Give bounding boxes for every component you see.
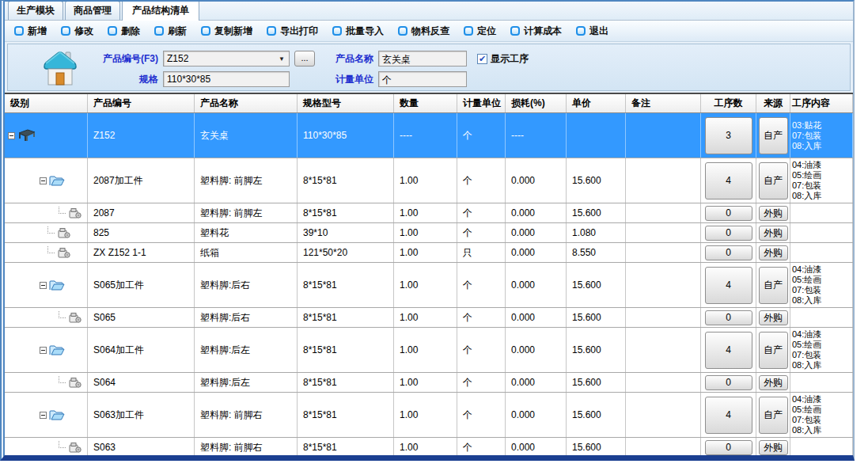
column-header-loss[interactable]: 损耗(%) [506, 94, 567, 112]
process-count-button[interactable]: 4 [705, 162, 752, 200]
refresh-button-label: 刷新 [168, 25, 187, 38]
process-count-button[interactable]: 0 [705, 310, 752, 325]
process-count-cell: 3 [701, 113, 756, 158]
material-lookup-button[interactable]: 物料反查 [398, 25, 449, 38]
price-cell: 15.600 [567, 393, 626, 437]
process-content-cell: 04:油漆 05:绘画 07:包装 08:入库 [790, 263, 853, 307]
table-row[interactable]: S063加工件 塑料脚: 前脚右 8*15*81 1.00 个 0.000 15… [5, 393, 853, 438]
qty-cell: 1.00 [394, 203, 457, 222]
desk-icon [17, 129, 36, 142]
product-name-cell: 塑料花 [195, 223, 298, 242]
process-count-button[interactable]: 0 [705, 245, 752, 260]
blue-square-icon [108, 26, 117, 36]
price-cell: 15.600 [567, 203, 626, 222]
source-button[interactable]: 自产 [759, 267, 788, 304]
calc-cost-button[interactable]: 计算成本 [510, 25, 562, 38]
browse-button[interactable]: ... [294, 51, 315, 66]
unit-field[interactable]: 个 [378, 71, 467, 87]
column-header-product-code[interactable]: 产品编号 [88, 94, 195, 112]
source-button[interactable]: 自产 [759, 397, 788, 434]
process-count-button[interactable]: 4 [705, 332, 752, 369]
table-row[interactable]: S064加工件 塑料脚:后左 8*15*81 1.00 个 0.000 15.6… [5, 328, 853, 373]
process-count-button[interactable]: 0 [705, 226, 752, 241]
source-button[interactable]: 外购 [759, 206, 788, 221]
batch-import-button[interactable]: 批量导入 [332, 25, 384, 38]
export-print-button-label: 导出打印 [280, 25, 318, 38]
exit-button[interactable]: 退出 [576, 25, 608, 38]
table-row[interactable]: S065 塑料脚:后右 8*15*81 1.00 个 0.000 15.600 … [5, 308, 853, 328]
unit-cell: 个 [457, 113, 506, 158]
process-count-cell: 0 [701, 203, 756, 222]
process-count-button[interactable]: 0 [705, 375, 752, 390]
column-header-process-count[interactable]: 工序数 [701, 94, 756, 112]
delete-button[interactable]: 删除 [108, 25, 140, 38]
tree-connector [59, 441, 66, 448]
product-form: 产品编号(F3) Z152 ▼ ... 产品名称 玄关桌 ✔ 显示工序 规格 1… [7, 44, 851, 91]
tab-product-structure-list[interactable]: 产品结构清单 [122, 0, 199, 21]
table-row[interactable]: S065加工件 塑料脚:后右 8*15*81 1.00 个 0.000 15.6… [5, 263, 853, 308]
source-button[interactable]: 外购 [759, 226, 788, 241]
locate-button[interactable]: 定位 [464, 25, 496, 38]
collapse-minus-toggle[interactable] [40, 177, 47, 184]
table-row[interactable]: ZX Z152 1-1 纸箱 121*50*20 1.00 只 0.000 8.… [5, 243, 853, 263]
collapse-minus-toggle[interactable] [40, 347, 47, 354]
source-button[interactable]: 自产 [759, 162, 788, 200]
column-header-source[interactable]: 来源 [756, 94, 790, 112]
collapse-minus-toggle[interactable] [40, 282, 47, 289]
spec-cell: 121*50*20 [298, 243, 394, 262]
source-button[interactable]: 外购 [759, 375, 788, 390]
source-button[interactable]: 自产 [759, 117, 788, 154]
locate-button-label: 定位 [477, 25, 496, 38]
product-code-combo[interactable]: Z152 ▼ [163, 51, 290, 66]
process-count-cell: 4 [701, 263, 756, 307]
table-row[interactable]: 2087 塑料脚: 前脚左 8*15*81 1.00 个 0.000 15.60… [5, 203, 853, 223]
source-button[interactable]: 外购 [759, 310, 788, 325]
collapse-minus-toggle[interactable] [8, 132, 15, 139]
tree-connector [59, 207, 66, 214]
export-print-button[interactable]: 导出打印 [267, 25, 318, 38]
process-count-button[interactable]: 4 [705, 267, 752, 304]
table-row[interactable]: S064 塑料脚:后左 8*15*81 1.00 个 0.000 15.600 … [5, 373, 853, 393]
copy-add-button-label: 复制新增 [214, 25, 252, 38]
unit-cell: 个 [457, 328, 506, 372]
column-header-level[interactable]: 级别 [5, 94, 88, 112]
process-count-cell: 4 [701, 328, 756, 372]
copy-add-button[interactable]: 复制新增 [201, 25, 252, 38]
blue-square-icon [14, 26, 24, 36]
process-count-button[interactable]: 0 [705, 206, 752, 221]
spec-cell: 8*15*81 [298, 203, 394, 222]
table-row[interactable]: 2087加工件 塑料脚: 前脚左 8*15*81 1.00 个 0.000 15… [5, 158, 853, 203]
add-button[interactable]: 新增 [14, 25, 47, 38]
source-button[interactable]: 外购 [759, 440, 788, 455]
column-header-price[interactable]: 单价 [567, 94, 626, 112]
chevron-down-icon[interactable]: ▼ [279, 55, 286, 63]
product-name-cell: 塑料脚:后左 [195, 373, 298, 392]
column-header-unit[interactable]: 计量单位 [457, 94, 506, 112]
column-header-product-name[interactable]: 产品名称 [195, 94, 298, 112]
source-button[interactable]: 外购 [759, 245, 788, 260]
qty-cell: 1.00 [394, 308, 457, 327]
price-cell: 15.600 [567, 263, 626, 307]
refresh-button[interactable]: 刷新 [154, 25, 187, 38]
show-process-checkbox[interactable]: ✔ 显示工序 [477, 52, 529, 66]
table-row[interactable]: Z152 玄关桌 110*30*85 ---- 个 ---- 3 自产 03:贴… [5, 113, 853, 158]
process-count-button[interactable]: 0 [705, 440, 752, 455]
edit-button[interactable]: 修改 [61, 25, 93, 38]
column-header-process-content[interactable]: 工序内容 [790, 94, 853, 112]
process-count-button[interactable]: 4 [705, 397, 752, 434]
table-row[interactable]: 825 塑料花 39*10 1.00 个 0.000 1.080 0 外购 [5, 223, 853, 243]
column-header-spec[interactable]: 规格型号 [298, 94, 394, 112]
tab-product-management[interactable]: 商品管理 [65, 1, 120, 20]
process-count-button[interactable]: 3 [705, 117, 752, 154]
spec-field[interactable]: 110*30*85 [163, 71, 290, 87]
source-button[interactable]: 自产 [759, 332, 788, 369]
loss-cell: 0.000 [506, 203, 567, 222]
tab-production-module[interactable]: 生产模块 [8, 1, 63, 20]
column-header-qty[interactable]: 数量 [394, 94, 457, 112]
product-name-field[interactable]: 玄关桌 [378, 51, 467, 66]
collapse-minus-toggle[interactable] [40, 412, 47, 419]
unit-cell: 个 [457, 438, 506, 457]
column-header-note[interactable]: 备注 [626, 94, 701, 112]
table-row[interactable]: S063 塑料脚: 前脚右 8*15*81 1.00 个 0.000 15.60… [5, 438, 853, 458]
qty-cell: 1.00 [394, 263, 457, 307]
